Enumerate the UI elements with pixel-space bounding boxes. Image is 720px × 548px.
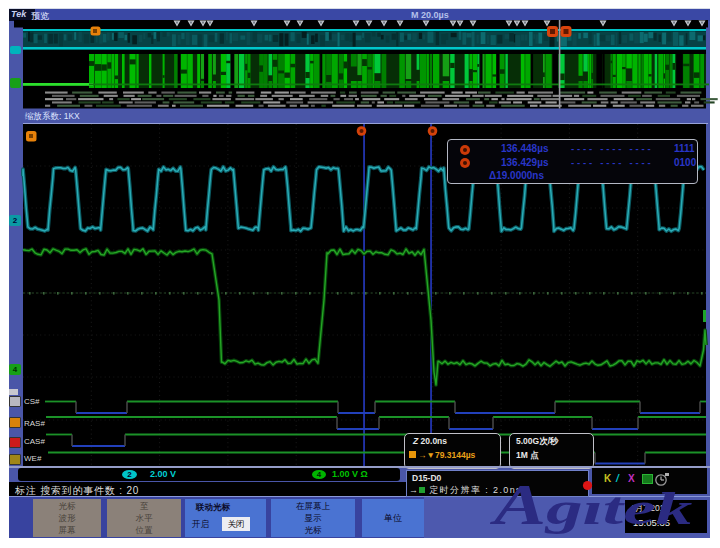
svg-text:gıtek: gıtek: [544, 483, 693, 533]
svg-text:A: A: [489, 473, 546, 536]
